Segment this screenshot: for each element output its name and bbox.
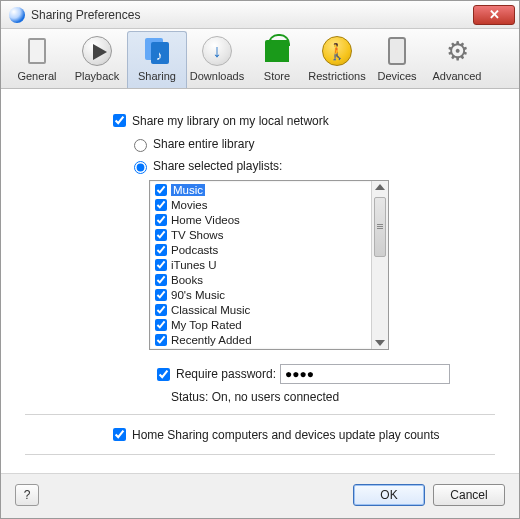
tab-playback-label: Playback (75, 70, 120, 82)
playlist-item[interactable]: My Top Rated (151, 317, 370, 332)
playlist-item-checkbox[interactable] (155, 184, 167, 196)
help-button[interactable]: ? (15, 484, 39, 506)
playlist-item[interactable]: TV Shows (151, 227, 370, 242)
footer: ? OK Cancel (1, 473, 519, 518)
playlist-item-label: Movies (171, 199, 207, 211)
scrollbar-thumb[interactable] (374, 197, 386, 257)
store-icon (262, 36, 292, 66)
playlist-item-checkbox[interactable] (155, 319, 167, 331)
playlist-list: MusicMoviesHome VideosTV ShowsPodcastsiT… (150, 181, 371, 349)
tab-playback[interactable]: Playback (67, 31, 127, 88)
tab-general-label: General (17, 70, 56, 82)
tab-restrictions-label: Restrictions (308, 70, 365, 82)
advanced-icon: ⚙ (442, 36, 472, 66)
content-pane: Share my library on my local network Sha… (1, 89, 519, 473)
toolbar: General Playback ♪ Sharing ↓ Downloads S… (1, 29, 519, 89)
password-row: Require password: (25, 364, 495, 384)
playlist-item[interactable]: 90's Music (151, 287, 370, 302)
playlist-item[interactable]: Classical Music (151, 302, 370, 317)
playlist-item-label: 90's Music (171, 289, 225, 301)
playlist-item-checkbox[interactable] (155, 214, 167, 226)
general-icon (22, 36, 52, 66)
tab-devices-label: Devices (377, 70, 416, 82)
titlebar: Sharing Preferences ✕ (1, 1, 519, 29)
playlist-item[interactable]: Recently Added (151, 332, 370, 347)
home-sharing-checkbox[interactable] (113, 428, 126, 441)
playlist-item-checkbox[interactable] (155, 289, 167, 301)
ok-button[interactable]: OK (353, 484, 425, 506)
playlist-item-label: Books (171, 274, 203, 286)
playlist-item-label: TV Shows (171, 229, 223, 241)
playlist-item-checkbox[interactable] (155, 304, 167, 316)
playlist-item-checkbox[interactable] (155, 244, 167, 256)
share-selected-radio[interactable] (134, 161, 147, 174)
tab-store-label: Store (264, 70, 290, 82)
playlist-item-label: Music (171, 184, 205, 196)
home-sharing-label[interactable]: Home Sharing computers and devices updat… (132, 428, 440, 442)
share-selected-label[interactable]: Share selected playlists: (153, 159, 282, 173)
playlist-item[interactable]: Podcasts (151, 242, 370, 257)
close-button[interactable]: ✕ (473, 5, 515, 25)
playlist-item-label: Podcasts (171, 244, 218, 256)
playlist-item-checkbox[interactable] (155, 199, 167, 211)
tab-sharing[interactable]: ♪ Sharing (127, 31, 187, 88)
playlist-item[interactable]: Home Videos (151, 212, 370, 227)
preferences-window: Sharing Preferences ✕ General Playback ♪… (0, 0, 520, 519)
separator (25, 414, 495, 415)
playlist-item-label: My Top Rated (171, 319, 242, 331)
tab-general[interactable]: General (7, 31, 67, 88)
password-field[interactable] (280, 364, 450, 384)
tab-downloads[interactable]: ↓ Downloads (187, 31, 247, 88)
playlist-item-label: Home Videos (171, 214, 240, 226)
playlist-item-label: iTunes U (171, 259, 217, 271)
playlist-scrollbar[interactable] (371, 181, 388, 349)
app-icon (9, 7, 25, 23)
tab-sharing-label: Sharing (138, 70, 176, 82)
status-label: Status: (171, 390, 208, 404)
status-row: Status: On, no users connected (25, 390, 495, 404)
tab-advanced[interactable]: ⚙ Advanced (427, 31, 487, 88)
share-library-label[interactable]: Share my library on my local network (132, 114, 329, 128)
playback-icon (82, 36, 112, 66)
playlist-listbox[interactable]: MusicMoviesHome VideosTV ShowsPodcastsiT… (149, 180, 389, 350)
share-selected-row: Share selected playlists: (25, 158, 495, 174)
downloads-icon: ↓ (202, 36, 232, 66)
playlist-item-checkbox[interactable] (155, 229, 167, 241)
playlist-item-label: Recently Added (171, 334, 252, 346)
share-entire-label[interactable]: Share entire library (153, 137, 254, 151)
home-sharing-row: Home Sharing computers and devices updat… (25, 425, 495, 444)
share-entire-radio[interactable] (134, 139, 147, 152)
share-library-checkbox[interactable] (113, 114, 126, 127)
playlist-item[interactable]: Books (151, 272, 370, 287)
playlist-item-checkbox[interactable] (155, 334, 167, 346)
tab-devices[interactable]: Devices (367, 31, 427, 88)
playlist-item-checkbox[interactable] (155, 259, 167, 271)
playlist-item[interactable]: Music (151, 182, 370, 197)
sharing-icon: ♪ (142, 36, 172, 66)
share-entire-row: Share entire library (25, 136, 495, 152)
tab-restrictions[interactable]: 🚶 Restrictions (307, 31, 367, 88)
restrictions-icon: 🚶 (322, 36, 352, 66)
playlist-item[interactable]: iTunes U (151, 257, 370, 272)
require-password-label[interactable]: Require password: (176, 367, 276, 381)
window-title: Sharing Preferences (31, 8, 473, 22)
share-library-row: Share my library on my local network (25, 111, 495, 130)
separator-2 (25, 454, 495, 455)
devices-icon (382, 36, 412, 66)
tab-store[interactable]: Store (247, 31, 307, 88)
playlist-item-label: Classical Music (171, 304, 250, 316)
status-value: On, no users connected (212, 390, 339, 404)
tab-downloads-label: Downloads (190, 70, 244, 82)
require-password-checkbox[interactable] (157, 368, 170, 381)
cancel-button[interactable]: Cancel (433, 484, 505, 506)
playlist-item-checkbox[interactable] (155, 274, 167, 286)
playlist-item[interactable]: Movies (151, 197, 370, 212)
tab-advanced-label: Advanced (433, 70, 482, 82)
